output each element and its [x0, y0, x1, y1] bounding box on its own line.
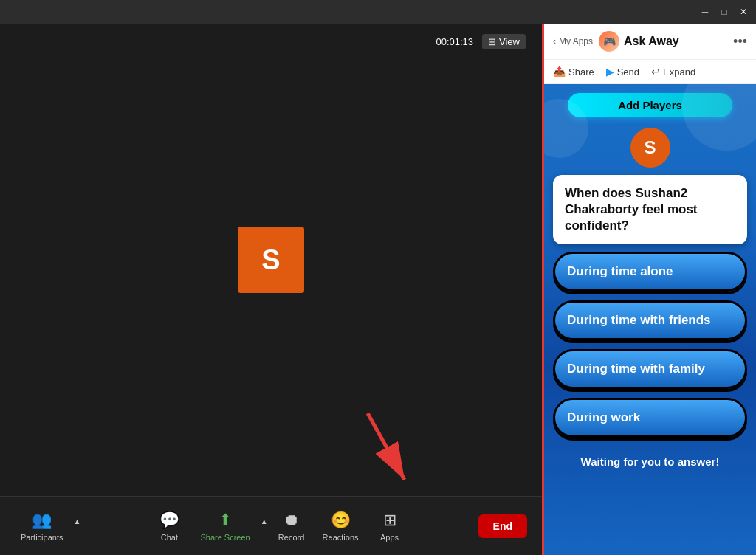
share-screen-label: Share Screen — [200, 533, 250, 542]
panel-title: 🎮 Ask Away — [599, 31, 727, 52]
right-panel: ‹ My Apps 🎮 Ask Away ••• 📤 Share ▶ Send … — [542, 24, 756, 555]
apps-button[interactable]: ⊞ Apps — [369, 506, 410, 546]
expand-label: Expand — [663, 66, 695, 77]
app-icon: 🎮 — [599, 31, 619, 52]
waiting-text: Waiting for you to answer! — [581, 449, 720, 474]
video-area: S — [0, 24, 542, 496]
record-icon: ⏺ — [284, 511, 300, 530]
toolbar-right: End — [478, 514, 527, 538]
back-label: My Apps — [559, 36, 593, 46]
reactions-button[interactable]: 😊 Reactions — [315, 506, 366, 546]
reactions-icon: 😊 — [331, 511, 351, 530]
red-arrow — [360, 406, 419, 494]
user-avatar: S — [630, 128, 670, 168]
share-screen-icon: ⬆ — [219, 511, 232, 530]
view-icon: ⊞ — [488, 36, 496, 47]
view-button[interactable]: ⊞ View — [482, 34, 526, 49]
participants-icon: 👥 — [32, 511, 52, 530]
send-icon: ▶ — [606, 66, 614, 77]
restore-button[interactable]: □ — [718, 5, 731, 18]
add-players-button[interactable]: Add Players — [568, 93, 733, 117]
record-button[interactable]: ⏺ Record — [271, 506, 312, 546]
share-screen-caret[interactable]: ▲ — [261, 517, 268, 525]
apps-label: Apps — [380, 533, 399, 542]
toolbar: 👥 Participants ▲ 💬 Chat ⬆ Share Screen ▲… — [0, 496, 542, 555]
send-label: Send — [617, 66, 639, 77]
share-button[interactable]: 📤 Share — [553, 66, 594, 77]
answer-button-2[interactable]: During time with family — [553, 349, 747, 389]
panel-actions: 📤 Share ▶ Send ↩ Expand — [544, 60, 756, 84]
panel-header: ‹ My Apps 🎮 Ask Away ••• — [544, 24, 756, 60]
avatar: S — [238, 227, 304, 293]
video-controls-top: 00:01:13 ⊞ View — [427, 30, 535, 54]
minimize-button[interactable]: ─ — [698, 5, 712, 18]
participants-caret[interactable]: ▲ — [73, 517, 80, 525]
share-label: Share — [568, 66, 594, 77]
question-text: When does Sushan2 Chakraborty feel most … — [565, 186, 698, 232]
toolbar-center: 💬 Chat ⬆ Share Screen ▲ ⏺ Record 😊 React… — [148, 506, 410, 546]
chat-button[interactable]: 💬 Chat — [148, 506, 190, 546]
expand-icon: ↩ — [651, 66, 660, 77]
back-link[interactable]: ‹ My Apps — [553, 36, 593, 46]
reactions-label: Reactions — [323, 533, 359, 542]
chat-label: Chat — [161, 533, 178, 542]
share-screen-button[interactable]: ⬆ Share Screen — [193, 506, 257, 546]
question-card: When does Sushan2 Chakraborty feel most … — [553, 175, 747, 244]
answer-button-1[interactable]: During time with friends — [553, 300, 747, 340]
end-button[interactable]: End — [478, 514, 527, 538]
view-label: View — [499, 36, 520, 47]
close-button[interactable]: ✕ — [737, 5, 750, 18]
title-bar: ─ □ ✕ — [0, 0, 756, 24]
answer-button-3[interactable]: During work — [553, 398, 747, 438]
share-icon: 📤 — [553, 66, 566, 77]
send-button[interactable]: ▶ Send — [606, 66, 639, 77]
panel-title-text: Ask Away — [624, 35, 679, 48]
toolbar-left: 👥 Participants ▲ — [15, 506, 80, 546]
more-options-button[interactable]: ••• — [733, 34, 747, 49]
svg-line-1 — [368, 413, 405, 480]
participants-label: Participants — [21, 533, 63, 542]
answer-button-0[interactable]: During time alone — [553, 252, 747, 292]
apps-icon: ⊞ — [383, 511, 396, 530]
chat-icon: 💬 — [159, 511, 179, 530]
chevron-left-icon: ‹ — [553, 36, 556, 46]
game-content: Add Players S When does Sushan2 Chakrabo… — [544, 84, 756, 555]
expand-button[interactable]: ↩ Expand — [651, 66, 695, 77]
record-label: Record — [278, 533, 304, 542]
timer: 00:01:13 — [436, 36, 473, 47]
participants-button[interactable]: 👥 Participants — [15, 506, 69, 546]
